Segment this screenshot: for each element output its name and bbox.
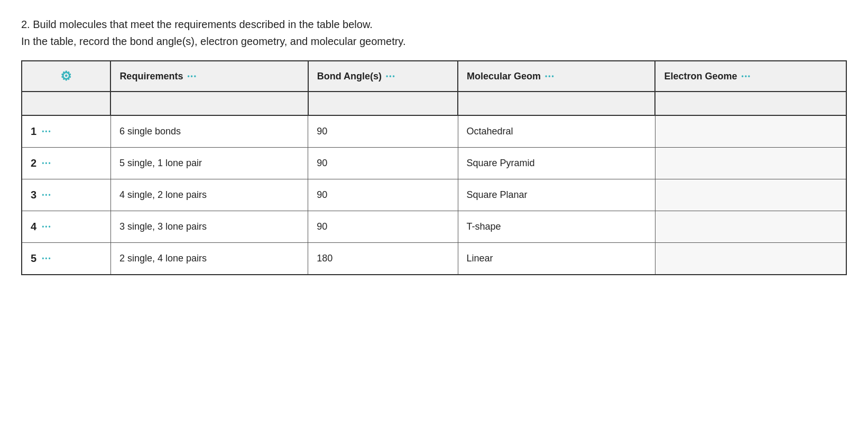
row-4-bond-angle: 90 — [308, 211, 458, 243]
row-number: 1 — [31, 125, 36, 138]
row-2-mol-geom: Square Pyramid — [458, 148, 655, 179]
row-5-mol-geom: Linear — [458, 243, 655, 275]
bond-angle-dots[interactable]: ••• — [386, 72, 396, 80]
requirements-dots[interactable]: ••• — [187, 72, 197, 80]
instruction-line1: 2. Build molecules that meet the require… — [21, 16, 847, 33]
requirements-label: Requirements — [119, 71, 183, 82]
row-dots[interactable]: ••• — [42, 128, 52, 135]
instructions: 2. Build molecules that meet the require… — [21, 16, 847, 50]
subheader-req-cell — [110, 92, 308, 115]
table-body: 1 ••• 6 single bonds90Octahedral 2 ••• 5… — [22, 115, 846, 274]
table-row: 3 ••• 4 single, 2 lone pairs90Square Pla… — [22, 179, 846, 211]
col-header-mol-geom: Molecular Geom ••• — [458, 61, 655, 92]
row-2-bond-angle: 90 — [308, 148, 458, 179]
row-4-electron-geom[interactable] — [655, 211, 846, 243]
row-1-bond-angle: 90 — [308, 115, 458, 148]
electron-geom-dots[interactable]: ••• — [741, 72, 751, 80]
table-row: 5 ••• 2 single, 4 lone pairs180Linear — [22, 243, 846, 275]
table-row: 1 ••• 6 single bonds90Octahedral — [22, 115, 846, 148]
row-3-bond-angle: 90 — [308, 179, 458, 211]
instruction-line2: In the table, record the bond angle(s), … — [21, 33, 847, 50]
main-table: ⚙ Requirements ••• Bond Angle(s) ••• — [22, 61, 846, 274]
row-1-requirements: 6 single bonds — [110, 115, 308, 148]
table-row: 4 ••• 3 single, 3 lone pairs90T-shape — [22, 211, 846, 243]
row-4-mol-geom: T-shape — [458, 211, 655, 243]
row-1-number-cell: 1 ••• — [22, 115, 110, 148]
row-4-number-cell: 4 ••• — [22, 211, 110, 243]
row-2-requirements: 5 single, 1 lone pair — [110, 148, 308, 179]
table-wrapper: ⚙ Requirements ••• Bond Angle(s) ••• — [21, 60, 847, 275]
row-dots[interactable]: ••• — [42, 255, 52, 262]
row-5-bond-angle: 180 — [308, 243, 458, 275]
row-number: 2 — [31, 157, 36, 169]
row-number: 5 — [31, 252, 36, 265]
row-dots[interactable]: ••• — [42, 223, 52, 231]
row-3-number-cell: 3 ••• — [22, 179, 110, 211]
row-2-number-cell: 2 ••• — [22, 148, 110, 179]
col-header-requirements: Requirements ••• — [110, 61, 308, 92]
electron-geom-label: Electron Geome — [664, 71, 737, 82]
row-1-electron-geom[interactable] — [655, 115, 846, 148]
subheader-electron-cell — [655, 92, 846, 115]
row-3-electron-geom[interactable] — [655, 179, 846, 211]
mol-geom-dots[interactable]: ••• — [545, 72, 555, 80]
row-dots[interactable]: ••• — [42, 192, 52, 199]
row-number: 3 — [31, 189, 36, 201]
row-5-requirements: 2 single, 4 lone pairs — [110, 243, 308, 275]
mol-geom-label: Molecular Geom — [467, 71, 541, 82]
gear-icon: ⚙ — [60, 69, 72, 83]
row-1-mol-geom: Octahedral — [458, 115, 655, 148]
row-2-electron-geom[interactable] — [655, 148, 846, 179]
table-row: 2 ••• 5 single, 1 lone pair90Square Pyra… — [22, 148, 846, 179]
row-3-requirements: 4 single, 2 lone pairs — [110, 179, 308, 211]
subheader-row — [22, 92, 846, 115]
row-3-mol-geom: Square Planar — [458, 179, 655, 211]
bond-angle-label: Bond Angle(s) — [317, 71, 382, 82]
header-row: ⚙ Requirements ••• Bond Angle(s) ••• — [22, 61, 846, 92]
subheader-gear-cell — [22, 92, 110, 115]
row-5-electron-geom[interactable] — [655, 243, 846, 275]
gear-header-cell: ⚙ — [22, 61, 110, 92]
row-dots[interactable]: ••• — [42, 160, 52, 167]
col-header-electron-geom: Electron Geome ••• — [655, 61, 846, 92]
subheader-bond-cell — [308, 92, 458, 115]
row-number: 4 — [31, 221, 36, 233]
col-header-bond-angle: Bond Angle(s) ••• — [308, 61, 458, 92]
row-5-number-cell: 5 ••• — [22, 243, 110, 275]
row-4-requirements: 3 single, 3 lone pairs — [110, 211, 308, 243]
subheader-mol-cell — [458, 92, 655, 115]
